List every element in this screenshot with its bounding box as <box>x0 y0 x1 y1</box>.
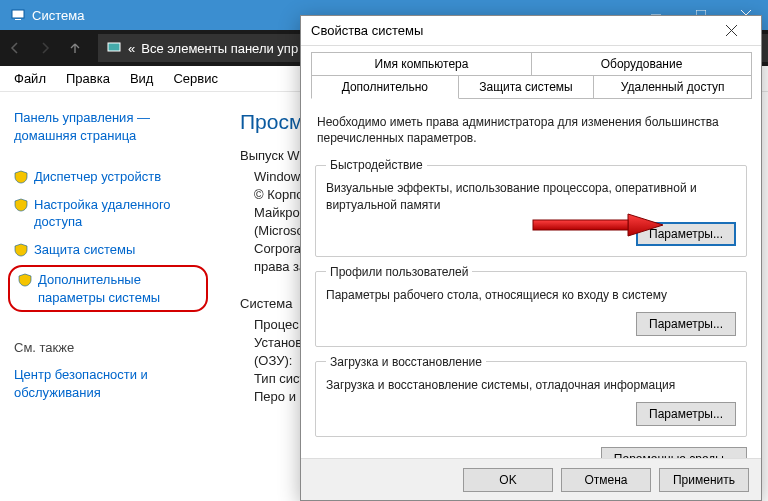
menu-edit[interactable]: Правка <box>58 68 118 89</box>
svg-rect-1 <box>15 19 21 20</box>
menu-file[interactable]: Файл <box>6 68 54 89</box>
shield-icon <box>18 273 32 287</box>
performance-legend: Быстродействие <box>326 158 427 172</box>
apply-button[interactable]: Применить <box>659 468 749 492</box>
link-system-protection[interactable]: Защита системы <box>14 236 202 264</box>
up-button[interactable] <box>60 33 90 63</box>
shield-icon <box>14 243 28 257</box>
highlight-advanced-link: Дополнительные параметры системы <box>8 265 208 312</box>
profiles-settings-button[interactable]: Параметры... <box>636 312 736 336</box>
shield-icon <box>14 198 28 212</box>
shield-icon <box>14 170 28 184</box>
menu-service[interactable]: Сервис <box>165 68 226 89</box>
profiles-desc: Параметры рабочего стола, относящиеся ко… <box>326 287 736 304</box>
tab-computer-name[interactable]: Имя компьютера <box>311 52 532 76</box>
see-also-label: См. также <box>14 340 202 355</box>
startup-group: Загрузка и восстановление Загрузка и вос… <box>315 355 747 437</box>
svg-rect-6 <box>108 43 120 51</box>
ok-button[interactable]: OK <box>463 468 553 492</box>
link-remote-settings[interactable]: Настройка удаленного доступа <box>14 191 202 236</box>
tab-protection[interactable]: Защита системы <box>458 75 595 99</box>
system-properties-dialog: Свойства системы Имя компьютера Оборудов… <box>300 15 762 501</box>
performance-settings-button[interactable]: Параметры... <box>636 222 736 246</box>
tab-advanced[interactable]: Дополнительно <box>311 75 459 99</box>
link-advanced-settings[interactable]: Дополнительные параметры системы <box>18 271 198 306</box>
startup-settings-button[interactable]: Параметры... <box>636 402 736 426</box>
dialog-body: Необходимо иметь права администратора дл… <box>301 98 761 481</box>
link-device-manager[interactable]: Диспетчер устройств <box>14 163 202 191</box>
dialog-footer: OK Отмена Применить <box>301 458 761 500</box>
svg-rect-0 <box>12 10 24 18</box>
profiles-group: Профили пользователей Параметры рабочего… <box>315 265 747 347</box>
dialog-titlebar: Свойства системы <box>301 16 761 46</box>
left-pane: Панель управления —домашняя страница Дис… <box>0 92 210 501</box>
profiles-legend: Профили пользователей <box>326 265 472 279</box>
dialog-close-button[interactable] <box>711 16 751 46</box>
computer-icon <box>106 40 122 56</box>
performance-group: Быстродействие Визуальные эффекты, испол… <box>315 158 747 257</box>
tab-strip: Имя компьютера Оборудование Дополнительн… <box>301 46 761 98</box>
performance-desc: Визуальные эффекты, использование процес… <box>326 180 736 214</box>
back-button[interactable] <box>0 33 30 63</box>
link-security-center[interactable]: Центр безопасности и обслуживания <box>14 361 202 406</box>
system-icon <box>10 7 26 23</box>
link-control-panel-home[interactable]: Панель управления —домашняя страница <box>14 104 202 149</box>
startup-legend: Загрузка и восстановление <box>326 355 486 369</box>
admin-note: Необходимо иметь права администратора дл… <box>317 114 745 146</box>
address-text: Все элементы панели упр <box>141 41 298 56</box>
dialog-title: Свойства системы <box>311 23 423 38</box>
menu-view[interactable]: Вид <box>122 68 162 89</box>
tab-hardware[interactable]: Оборудование <box>531 52 752 76</box>
tab-remote[interactable]: Удаленный доступ <box>593 75 752 99</box>
address-chevron: « <box>128 41 135 56</box>
startup-desc: Загрузка и восстановление системы, отлад… <box>326 377 736 394</box>
cancel-button[interactable]: Отмена <box>561 468 651 492</box>
forward-button[interactable] <box>30 33 60 63</box>
